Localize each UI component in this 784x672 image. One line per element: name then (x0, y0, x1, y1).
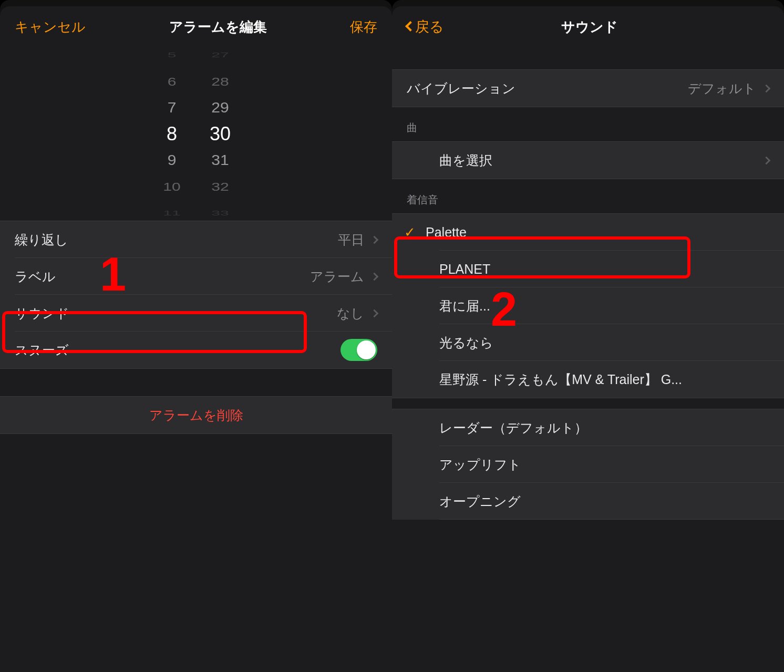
hour-selected: 8 (167, 124, 177, 144)
hour-picker[interactable]: 5 6 7 8 9 10 11 (153, 45, 190, 223)
time-picker[interactable]: 5 6 7 8 9 10 11 27 28 29 30 31 32 33 (0, 47, 392, 221)
chevron-left-icon (405, 21, 416, 32)
ringtone-row-palette[interactable]: ✓Palette (392, 214, 784, 251)
label-label: ラベル (15, 268, 56, 285)
ringtone-label: PLANET (439, 262, 490, 277)
sound-label: サウンド (15, 305, 69, 322)
ringtone-row[interactable]: レーダー（デフォルト） (392, 409, 784, 446)
sound-sheet: 戻る サウンド バイブレーション デフォルト 曲 曲を選択 着信音 ✓Palet… (392, 6, 784, 672)
checkmark-icon: ✓ (394, 224, 426, 241)
marker-1: 1 (100, 247, 126, 302)
chevron-right-icon (370, 235, 379, 244)
delete-alarm-button[interactable]: アラームを削除 (0, 397, 392, 433)
save-button[interactable]: 保存 (350, 18, 377, 36)
ringtone-row[interactable]: 星野源 - ドラえもん【MV & Trailer】 G... (392, 361, 784, 398)
page-title: サウンド (444, 18, 735, 36)
vibration-row[interactable]: バイブレーション デフォルト (392, 70, 784, 107)
vibration-label: バイブレーション (407, 80, 515, 97)
repeat-row[interactable]: 繰り返し 平日 (0, 221, 392, 258)
ringtone-row[interactable]: 光るなら (392, 324, 784, 361)
ringtone-row[interactable]: PLANET (392, 251, 784, 287)
nav-bar: 戻る サウンド (392, 6, 784, 47)
pick-song-row[interactable]: 曲を選択 (392, 142, 784, 179)
ringtone-row[interactable]: 君に届... (392, 287, 784, 324)
ringtone-label: アップリフト (439, 456, 521, 473)
pick-song-label: 曲を選択 (439, 152, 492, 169)
ringtone-label: レーダー（デフォルト） (439, 419, 587, 437)
ringtones-section-header: 着信音 (392, 179, 784, 213)
songs-section-header: 曲 (392, 107, 784, 141)
chevron-right-icon (370, 272, 379, 281)
vibration-value: デフォルト (688, 80, 756, 97)
nav-bar: キャンセル アラームを編集 保存 (0, 6, 392, 47)
page-title: アラームを編集 (86, 18, 350, 36)
ringtone-label: Palette (426, 225, 467, 240)
toggle-knob (357, 340, 376, 359)
marker-2: 2 (491, 283, 517, 337)
label-value: アラーム (310, 268, 364, 285)
snooze-row: スヌーズ (0, 332, 392, 368)
sound-row[interactable]: サウンド なし (0, 295, 392, 332)
sound-value: なし (337, 305, 364, 322)
minute-selected: 30 (210, 124, 231, 144)
ringtone-label: 光るなら (439, 334, 493, 351)
label-row[interactable]: ラベル アラーム (0, 258, 392, 295)
repeat-label: 繰り返し (15, 231, 68, 249)
snooze-label: スヌーズ (15, 342, 69, 359)
chevron-right-icon (762, 84, 771, 92)
ringtone-label: 君に届... (439, 297, 490, 315)
edit-alarm-screen: キャンセル アラームを編集 保存 5 6 7 8 9 10 11 27 28 2… (0, 0, 392, 672)
ringtone-row[interactable]: アップリフト (392, 446, 784, 483)
chevron-right-icon (370, 309, 379, 317)
sound-screen: 戻る サウンド バイブレーション デフォルト 曲 曲を選択 着信音 ✓Palet… (392, 0, 784, 672)
chevron-right-icon (762, 156, 771, 164)
minute-picker[interactable]: 27 28 29 30 31 32 33 (202, 45, 239, 223)
ringtone-label: オープニング (439, 493, 521, 510)
ringtone-label: 星野源 - ドラえもん【MV & Trailer】 G... (439, 371, 682, 388)
snooze-toggle[interactable] (341, 339, 377, 361)
edit-alarm-sheet: キャンセル アラームを編集 保存 5 6 7 8 9 10 11 27 28 2… (0, 6, 392, 672)
ringtone-row[interactable]: オープニング (392, 483, 784, 520)
back-button[interactable]: 戻る (407, 17, 444, 36)
cancel-button[interactable]: キャンセル (15, 18, 86, 36)
repeat-value: 平日 (338, 231, 364, 249)
